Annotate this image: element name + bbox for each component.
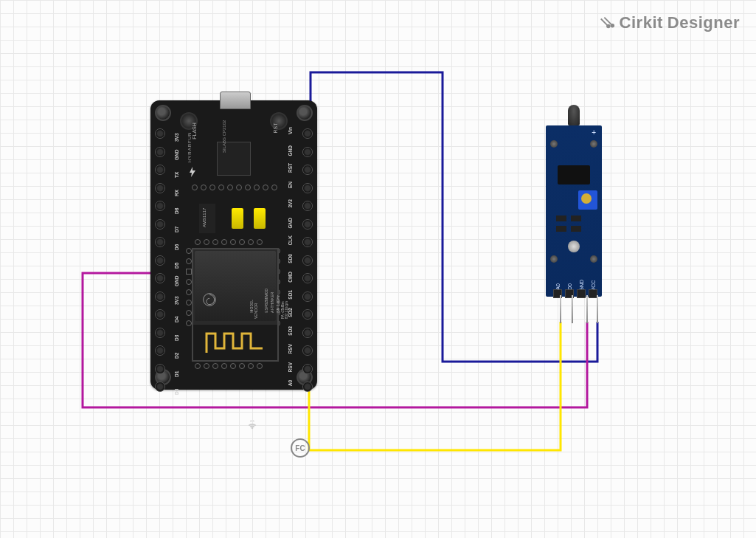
- bolt-icon: [189, 167, 196, 177]
- sensor-lead: [597, 295, 598, 323]
- brand-name-1: Cirkit: [620, 13, 663, 32]
- pin-rsv2[interactable]: [302, 364, 313, 374]
- indicator-led: [568, 241, 580, 252]
- pin-d4[interactable]: [155, 309, 165, 320]
- pin-3v3[interactable]: [155, 128, 165, 139]
- resistor-smd: [571, 226, 581, 232]
- pin-d8[interactable]: [155, 201, 165, 211]
- pin-gnd-r[interactable]: [302, 147, 313, 157]
- pin-sd2[interactable]: [302, 309, 313, 320]
- header-col-left: [186, 248, 192, 326]
- right-pin-header[interactable]: [302, 128, 313, 392]
- side-text: HYRARFUN: [187, 132, 192, 162]
- pcb-antenna-icon: [204, 329, 267, 356]
- header-row: [195, 363, 263, 369]
- capacitor: [232, 208, 243, 229]
- flame-sensor-module[interactable]: + A0 D0 GND VCC: [546, 125, 602, 297]
- pin-d3[interactable]: [155, 328, 165, 338]
- right-pin-labels: VinGNDRSTEN3V3GNDCLKSD0CMDSD1SD2SD3RSVRS…: [283, 129, 298, 393]
- nodemcu-board[interactable]: FLASH RST AMS1117: [150, 100, 317, 390]
- pin-d5[interactable]: [155, 255, 165, 266]
- svg-point-5: [204, 294, 216, 306]
- sensor-lead: [586, 295, 588, 323]
- esp8266-module: Wi Fi ESP8266MOD AI-THINKER ISM 2.4GHz P…: [192, 248, 279, 362]
- ir-receiver-icon: [568, 105, 580, 125]
- svg-point-2: [607, 25, 610, 28]
- pin-cmd[interactable]: [302, 273, 313, 283]
- mounting-hole: [155, 105, 171, 121]
- potentiometer[interactable]: [578, 190, 597, 210]
- flash-label: FLASH: [192, 123, 197, 139]
- ai-thinker-logo-icon: [202, 292, 217, 307]
- header-row: [195, 239, 263, 245]
- pin-3v3-2[interactable]: [155, 292, 165, 302]
- left-pin-header[interactable]: [155, 128, 165, 392]
- pin-gnd-r2[interactable]: [302, 219, 313, 230]
- smd-row: [192, 184, 277, 190]
- svg-text:Wi Fi: Wi Fi: [250, 420, 254, 423]
- mounting-hole: [296, 105, 313, 121]
- pin-sd3[interactable]: [302, 328, 313, 338]
- watermark: Cirkit Designer: [599, 13, 740, 32]
- brand-name-2: Designer: [667, 13, 740, 32]
- sensor-pin-gnd[interactable]: [577, 289, 586, 298]
- resistor-smd: [556, 226, 566, 232]
- pin-d6[interactable]: [155, 237, 165, 247]
- model-label: MODEL VENDOR: [245, 300, 263, 319]
- mounting-hole: [590, 140, 597, 148]
- sensor-pin-labels: A0 D0 GND VCC: [553, 284, 597, 289]
- capacitor: [254, 208, 266, 229]
- mounting-hole: [590, 255, 597, 263]
- resistor-smd: [556, 215, 566, 221]
- pin-en[interactable]: [302, 183, 313, 193]
- pin-clk[interactable]: [302, 237, 313, 247]
- pin-a0[interactable]: [302, 382, 313, 392]
- pin-d0[interactable]: [155, 382, 165, 392]
- pin-d7[interactable]: [155, 219, 165, 230]
- pin-3v3-r[interactable]: [302, 201, 313, 211]
- fcc-logo: FC: [291, 438, 310, 458]
- mounting-hole: [550, 140, 558, 148]
- left-pin-labels: 3V3GNDTXRXD8D7D6D5GND3V3D4D3D2D1D0: [170, 129, 184, 393]
- ams-label: AMS1117: [202, 208, 207, 227]
- resistor-smd: [571, 215, 581, 221]
- circuit-icon: [599, 15, 615, 31]
- grid-background: [0, 0, 756, 538]
- pin-rsv1[interactable]: [302, 345, 313, 356]
- sensor-lead: [560, 295, 561, 323]
- pin-sd1[interactable]: [302, 292, 313, 302]
- wifi-icon: Wi Fi: [246, 419, 258, 431]
- polarity-marker: +: [592, 128, 596, 137]
- pin-gnd[interactable]: [155, 147, 165, 157]
- pin-gnd-2[interactable]: [155, 273, 165, 283]
- pin-rx[interactable]: [155, 183, 165, 193]
- pin-d2[interactable]: [155, 345, 165, 356]
- usb-port: [220, 92, 251, 109]
- pin-vin[interactable]: [302, 128, 313, 139]
- pin-d1[interactable]: [155, 364, 165, 374]
- cp2102-chip: [217, 142, 251, 176]
- sensor-lead: [572, 295, 573, 323]
- pin-rst[interactable]: [302, 165, 313, 175]
- comparator-ic: [558, 165, 590, 184]
- mounting-hole: [550, 255, 558, 263]
- rst-label: RST: [273, 123, 278, 134]
- pin-tx[interactable]: [155, 165, 165, 175]
- svg-point-3: [611, 24, 614, 27]
- pin-sd0[interactable]: [302, 255, 313, 266]
